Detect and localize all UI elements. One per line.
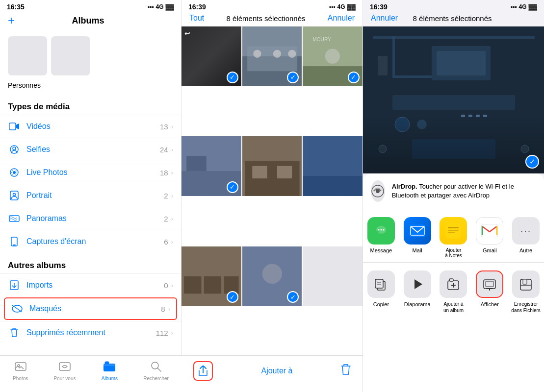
selection-count-3: 8 éléments sélectionnés — [413, 14, 492, 23]
time-2: 16:39 — [188, 3, 206, 11]
photo-cell-5[interactable] — [242, 136, 302, 196]
share-button[interactable] — [193, 361, 213, 381]
photo-cell-6[interactable] — [303, 136, 363, 196]
app-messages[interactable]: Message — [364, 217, 398, 258]
imports-icon — [8, 279, 21, 292]
list-item-masques[interactable]: Masqués 8 › — [4, 297, 177, 320]
svg-rect-11 — [13, 245, 16, 245]
person-thumb-2[interactable] — [51, 36, 90, 75]
list-item-videos[interactable]: Vidéos 13 › — [0, 115, 181, 138]
diaporama-icon — [404, 270, 431, 298]
featured-photo[interactable]: ✓ — [363, 26, 544, 173]
svg-line-21 — [157, 368, 161, 371]
svg-rect-76 — [448, 232, 455, 233]
photos-tab-label: Photos — [13, 376, 28, 381]
supprimes-label: Supprimés récemment — [26, 328, 156, 337]
ajouter-button[interactable]: Ajouter à — [261, 367, 292, 375]
photo-cell-3[interactable]: MOURY ✓ — [303, 26, 363, 86]
list-item-supprimes[interactable]: Supprimés récemment 112 › — [0, 321, 181, 344]
list-item-captures[interactable]: Captures d'écran 6 › — [0, 230, 181, 253]
app-more[interactable]: ··· Autre — [509, 217, 543, 258]
list-item-selfies[interactable]: Selfies 24 › — [0, 138, 181, 161]
pour-vous-tab-icon — [59, 361, 71, 375]
selfies-chevron: › — [171, 146, 173, 153]
action-ajouter-album[interactable]: Ajouter àun album — [436, 270, 470, 314]
imports-chevron: › — [171, 282, 173, 289]
messages-app-icon — [367, 217, 395, 245]
delete-button[interactable] — [341, 364, 351, 378]
status-bar-3: 16:39 ▪▪▪ 4G ▓▓ — [363, 0, 544, 12]
svg-rect-42 — [184, 276, 201, 293]
photo-cell-2[interactable]: ✓ — [242, 26, 302, 86]
ajouter-album-icon — [440, 270, 467, 298]
annuler-button-2[interactable]: Annuler — [328, 14, 355, 23]
app-gmail[interactable]: Gmail — [472, 217, 507, 258]
person-thumb-1[interactable] — [8, 36, 47, 75]
tab-albums[interactable]: Albums — [102, 361, 118, 381]
svg-point-70 — [383, 229, 384, 231]
supprimes-count: 112 — [156, 329, 168, 337]
tab-photos[interactable]: Photos — [13, 361, 28, 381]
photo-cell-7[interactable]: ✓ — [181, 246, 241, 306]
rechercher-tab-icon — [151, 361, 161, 375]
photo-cell-empty — [303, 246, 363, 306]
svg-text:MOURY: MOURY — [313, 37, 332, 42]
photo-bg-empty — [303, 246, 363, 306]
svg-rect-95 — [523, 279, 527, 284]
app-notes[interactable]: Ajouterà Notes — [436, 217, 470, 258]
svg-rect-37 — [252, 166, 267, 178]
list-item-live-photos[interactable]: Live Photos 18 › — [0, 161, 181, 184]
photo-bg-6 — [303, 136, 363, 196]
airdrop-row[interactable]: AirDrop. Toucher pour activer le Wi-Fi e… — [363, 173, 544, 209]
tab-pour-vous[interactable]: Pour vous — [53, 361, 76, 381]
check-badge-1: ✓ — [227, 72, 238, 83]
network-label-1: 4G — [155, 3, 163, 10]
annuler-button-3[interactable]: Annuler — [371, 14, 398, 23]
captures-count: 6 — [164, 238, 168, 246]
signal-icon-3: ▪▪▪ — [511, 3, 517, 10]
panel-share: 16:39 ▪▪▪ 4G ▓▓ Annuler 8 éléments sélec… — [363, 0, 544, 392]
panoramas-label: Panoramas — [26, 214, 164, 223]
svg-rect-43 — [204, 276, 221, 293]
photo-cell-1[interactable]: ↩ ✓ — [181, 26, 241, 86]
svg-point-46 — [262, 264, 282, 284]
photo-cell-8[interactable]: ✓ — [242, 246, 302, 306]
ajouter-album-label: Ajouter àun album — [443, 301, 464, 314]
action-afficher[interactable]: Afficher — [472, 270, 507, 314]
status-icons-2: ▪▪▪ 4G ▓▓ — [329, 3, 356, 10]
list-item-imports[interactable]: Imports 0 › — [0, 273, 181, 296]
videos-icon — [8, 120, 21, 133]
airdrop-title: AirDrop. — [392, 183, 419, 190]
captures-icon — [8, 235, 21, 248]
captures-chevron: › — [171, 238, 173, 245]
time-1: 16:35 — [7, 3, 25, 11]
list-item-portrait[interactable]: Portrait 2 › — [0, 184, 181, 207]
svg-rect-74 — [448, 227, 459, 228]
tab-rechercher[interactable]: Rechercher — [143, 361, 169, 381]
svg-marker-85 — [414, 279, 422, 289]
svg-point-26 — [273, 50, 281, 58]
list-item-panoramas[interactable]: Panoramas 2 › — [0, 207, 181, 230]
action-enregistrer[interactable]: Enregistrerdans Fichiers — [509, 270, 543, 314]
svg-point-65 — [376, 189, 380, 193]
app-mail[interactable]: Mail — [400, 217, 435, 258]
pour-vous-tab-label: Pour vous — [53, 376, 76, 381]
photos-grid: ↩ ✓ ✓ — [181, 26, 363, 355]
action-diaporama[interactable]: Diaporama — [400, 270, 435, 314]
tout-button[interactable]: Tout — [189, 14, 204, 23]
check-badge-4: ✓ — [227, 181, 238, 193]
svg-point-25 — [253, 50, 261, 58]
add-button[interactable]: + — [8, 14, 15, 27]
battery-icon-1: ▓▓ — [166, 3, 175, 10]
portrait-label: Portrait — [26, 191, 164, 200]
status-bar-1: 16:35 ▪▪▪ 4G ▓▓ — [0, 0, 181, 12]
other-albums-header: Autres albums — [0, 253, 181, 273]
network-label-3: 4G — [518, 3, 526, 10]
action-copier[interactable]: Copier — [364, 270, 398, 314]
nav-bar-3: Annuler 8 éléments sélectionnés — [363, 12, 544, 26]
selfies-count: 24 — [160, 146, 168, 154]
masques-chevron: › — [168, 305, 170, 313]
photo-bg-5 — [242, 136, 302, 196]
svg-rect-9 — [9, 216, 19, 221]
photo-cell-4[interactable]: ✓ — [181, 136, 241, 196]
